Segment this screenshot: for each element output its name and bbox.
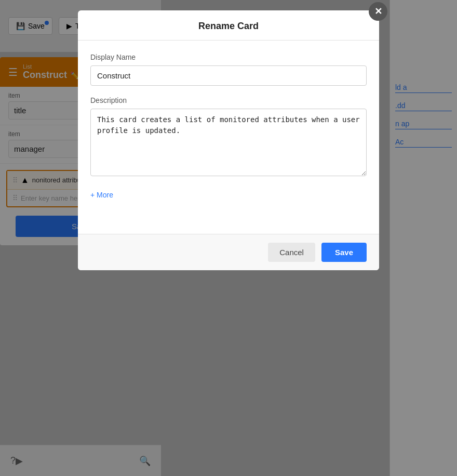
modal-overlay: ✕ Rename Card Display Name Description T… xyxy=(0,0,457,476)
modal-close-button[interactable]: ✕ xyxy=(369,2,387,21)
display-name-label: Display Name xyxy=(90,53,367,61)
modal-body: Display Name Description This card creat… xyxy=(78,41,379,234)
description-textarea[interactable]: This card creates a list of monitored at… xyxy=(90,109,367,176)
modal-title: Rename Card xyxy=(198,21,259,31)
modal-save-button[interactable]: Save xyxy=(321,243,367,262)
modal-header: Rename Card xyxy=(78,10,379,41)
description-group: Description This card creates a list of … xyxy=(90,96,367,178)
more-link[interactable]: + More xyxy=(90,191,113,199)
display-name-group: Display Name xyxy=(90,53,367,86)
description-label: Description xyxy=(90,96,367,104)
rename-card-modal: ✕ Rename Card Display Name Description T… xyxy=(78,10,379,270)
cancel-button[interactable]: Cancel xyxy=(268,243,315,262)
display-name-input[interactable] xyxy=(90,65,367,86)
modal-footer: Cancel Save xyxy=(78,234,379,270)
